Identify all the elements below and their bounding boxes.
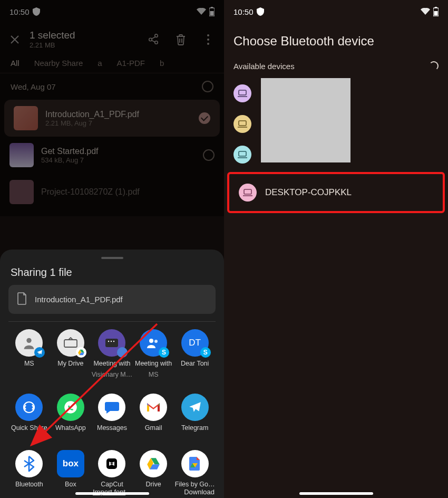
file-thumbnail [9, 180, 34, 204]
telegram-badge-icon [34, 347, 45, 358]
svg-point-11 [113, 341, 114, 342]
share-target-meeting-visionary[interactable]: Meeting with Visionary M… [91, 329, 133, 379]
target-label: CapCut [101, 481, 123, 489]
share-app-gmail[interactable]: Gmail [133, 394, 174, 432]
filter-tabs: All Nearby Share a A1-PDF b [0, 55, 224, 73]
share-app-box[interactable]: box Box [50, 450, 92, 489]
more-icon[interactable] [202, 33, 215, 46]
tab-a1-pdf[interactable]: A1-PDF [117, 59, 145, 68]
svg-point-13 [154, 340, 158, 343]
file-radio[interactable] [203, 149, 215, 161]
file-name: Get Started.pdf [41, 147, 196, 156]
share-app-whatsapp[interactable]: WhatsApp [50, 394, 92, 432]
target-label: Files by Go… [175, 481, 215, 489]
laptop-icon [233, 146, 251, 164]
file-name: Project-10108270Z (1).pdf [41, 187, 215, 197]
sheet-handle[interactable] [101, 257, 123, 259]
share-apps-row-2: Bluetooth box Box CapCut Drive [6, 450, 218, 489]
tab-all[interactable]: All [11, 59, 20, 68]
svg-rect-18 [435, 7, 437, 8]
target-label: Meeting with [135, 360, 172, 368]
skype-badge-icon: S [200, 347, 211, 358]
file-thumbnail [14, 106, 38, 130]
svg-point-10 [111, 341, 112, 342]
tab-b[interactable]: b [160, 59, 164, 68]
share-app-telegram[interactable]: Telegram [174, 394, 216, 432]
file-meta: 534 kB, Aug 7 [41, 156, 196, 164]
file-row[interactable]: Project-10108270Z (1).pdf [0, 174, 224, 210]
target-sublabel: Visionary M… [92, 371, 133, 379]
date-header: Wed, Aug 07 [11, 82, 56, 91]
tab-a[interactable]: a [98, 59, 102, 68]
laptop-icon [239, 184, 257, 202]
svg-point-14 [24, 402, 34, 413]
share-target-meeting-ms[interactable]: S Meeting with MS [133, 329, 174, 379]
share-target-dear-toni[interactable]: DT S Dear Toni [174, 329, 216, 379]
share-sheet: Sharing 1 file Introduction_A1_PDF.pdf M… [0, 250, 224, 498]
file-row[interactable]: Get Started.pdf 534 kB, Aug 7 [0, 137, 224, 174]
selection-header: 1 selected 2.21 MB [0, 23, 224, 55]
target-label: Bluetooth [15, 481, 43, 489]
available-devices-header: Available devices [224, 54, 448, 78]
status-time: 10:50 [233, 7, 254, 16]
status-time: 10:50 [9, 7, 30, 16]
target-label: Drive [146, 481, 161, 489]
wifi-icon [197, 8, 206, 15]
page-title: Choose Bluetooth device [224, 23, 448, 54]
file-thumbnail [9, 143, 34, 167]
svg-rect-7 [64, 340, 77, 347]
share-app-capcut[interactable]: CapCut [91, 450, 133, 489]
share-app-quick-share[interactable]: Quick Share [8, 394, 50, 432]
status-bar: 10:50 [0, 0, 224, 23]
svg-point-12 [149, 339, 153, 343]
svg-rect-2 [210, 11, 214, 16]
svg-point-3 [207, 34, 209, 36]
skype-badge-icon: S [159, 347, 169, 358]
device-label: DESKTOP-COJPKKL [265, 187, 352, 198]
loading-spinner-icon [429, 61, 439, 71]
share-target-ms[interactable]: MS [8, 329, 50, 379]
date-header-row[interactable]: Wed, Aug 07 [0, 73, 224, 100]
drive-badge-icon [76, 347, 86, 358]
close-icon[interactable] [7, 32, 22, 47]
file-row[interactable]: Introduction_A1_PDF.pdf 2.21 MB, Aug 7 [4, 100, 220, 137]
sheet-file-name: Introduction_A1_PDF.pdf [35, 295, 123, 304]
battery-icon [209, 7, 215, 16]
select-all-radio[interactable] [202, 81, 213, 92]
skype-badge-icon [117, 347, 128, 358]
share-icon[interactable] [147, 33, 160, 46]
available-devices-label: Available devices [233, 62, 295, 71]
share-contacts-row: MS My Drive Meeting with Visionary M… [6, 329, 218, 379]
laptop-icon [233, 84, 251, 102]
laptop-icon [233, 115, 251, 133]
target-label: Messages [97, 424, 127, 432]
download-link[interactable]: Download [184, 488, 215, 496]
nav-bar[interactable] [75, 492, 149, 495]
bluetooth-device-desktop-cojpkkl[interactable]: DESKTOP-COJPKKL [229, 177, 443, 208]
status-bar: 10:50 [224, 0, 448, 23]
right-pane: 10:50 Choose Bluetooth device Available … [224, 0, 448, 498]
share-app-files-by-google[interactable]: Files by Go… [174, 450, 216, 489]
target-label: Gmail [145, 424, 162, 432]
device-list [224, 78, 448, 170]
battery-icon [433, 7, 439, 16]
svg-point-5 [207, 43, 209, 45]
file-selected-check[interactable] [199, 112, 210, 124]
tab-nearby-share[interactable]: Nearby Share [34, 59, 83, 68]
share-app-messages[interactable]: Messages [91, 394, 133, 432]
share-app-bluetooth[interactable]: Bluetooth [8, 450, 50, 489]
nav-bar[interactable] [299, 492, 373, 495]
svg-rect-20 [239, 90, 246, 95]
shield-icon [33, 7, 40, 16]
file-meta: 2.21 MB, Aug 7 [45, 119, 191, 127]
sheet-file-pill[interactable]: Introduction_A1_PDF.pdf [8, 285, 216, 314]
share-target-my-drive[interactable]: My Drive [50, 329, 92, 379]
delete-icon[interactable] [174, 33, 187, 46]
share-app-drive[interactable]: Drive [133, 450, 174, 489]
svg-rect-1 [211, 7, 213, 8]
target-label: Quick Share [11, 424, 47, 432]
target-sublabel: MS [149, 371, 159, 379]
target-label: Dear Toni [181, 360, 209, 368]
target-label: Meeting with [93, 360, 130, 368]
target-label: Box [65, 481, 76, 489]
